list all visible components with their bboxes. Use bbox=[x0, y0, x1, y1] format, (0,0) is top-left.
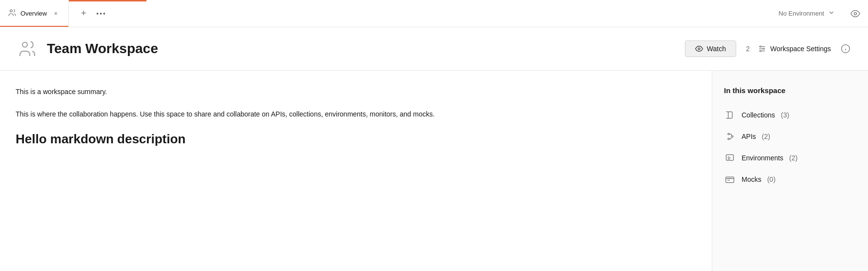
environment-selector[interactable]: No Environment bbox=[771, 9, 843, 18]
team-icon bbox=[8, 8, 17, 19]
watch-count: 2 bbox=[746, 45, 750, 53]
overview-tab[interactable]: Overview × bbox=[0, 0, 69, 27]
collections-count: (3) bbox=[781, 111, 789, 119]
environments-label: Environments bbox=[742, 154, 784, 162]
collections-label: Collections bbox=[742, 111, 775, 119]
svg-point-2 bbox=[22, 42, 27, 47]
sidebar-item-mocks[interactable]: Mocks (0) bbox=[724, 169, 856, 190]
svg-point-0 bbox=[10, 10, 13, 12]
settings-label: Workspace Settings bbox=[770, 45, 831, 53]
mocks-label: Mocks bbox=[742, 175, 761, 183]
tab-bar: Overview × + ••• No Environment bbox=[0, 0, 868, 27]
workspace-title: Team Workspace bbox=[47, 41, 685, 57]
svg-rect-16 bbox=[726, 155, 734, 160]
content-area: Team Workspace Watch 2 Wor bbox=[0, 27, 868, 271]
workspace-header: Team Workspace Watch 2 Wor bbox=[0, 27, 868, 71]
tab-actions: + ••• bbox=[69, 0, 114, 27]
mocks-count: (0) bbox=[767, 175, 775, 183]
sidebar-item-apis[interactable]: APIs (2) bbox=[724, 126, 856, 147]
svg-point-13 bbox=[728, 133, 729, 135]
description-area: This is a workspace summary. This is whe… bbox=[0, 71, 712, 271]
tab-close-button[interactable]: × bbox=[51, 9, 61, 19]
apis-count: (2) bbox=[762, 133, 770, 140]
new-tab-button[interactable]: + bbox=[77, 7, 90, 20]
description-paragraph-1: This is a workspace summary. bbox=[16, 86, 696, 97]
sidebar-title: In this workspace bbox=[724, 86, 856, 95]
toggle-visibility-button[interactable] bbox=[843, 9, 868, 19]
workspace-settings-button[interactable]: Workspace Settings bbox=[758, 44, 831, 53]
main-content: This is a workspace summary. This is whe… bbox=[0, 71, 868, 271]
watch-label: Watch bbox=[707, 45, 726, 53]
svg-point-14 bbox=[728, 138, 729, 139]
header-actions: Watch 2 Workspace Settings bbox=[685, 40, 852, 57]
workspace-icon bbox=[16, 37, 39, 60]
chevron-down-icon bbox=[828, 9, 835, 18]
svg-point-9 bbox=[760, 50, 761, 52]
sidebar-item-environments[interactable]: Environments (2) bbox=[724, 147, 856, 169]
svg-point-7 bbox=[760, 46, 761, 47]
environments-icon bbox=[724, 152, 736, 164]
watch-button[interactable]: Watch bbox=[685, 40, 736, 57]
settings-icon bbox=[758, 44, 766, 53]
environments-count: (2) bbox=[789, 154, 798, 162]
tab-label: Overview bbox=[21, 10, 47, 17]
svg-point-8 bbox=[763, 48, 764, 50]
environment-label: No Environment bbox=[779, 10, 824, 17]
svg-point-3 bbox=[698, 48, 700, 50]
description-paragraph-2: This is where the collaboration happens.… bbox=[16, 109, 696, 119]
mocks-icon bbox=[724, 174, 736, 185]
workspace-sidebar: In this workspace Collections (3) bbox=[712, 71, 868, 271]
sidebar-item-collections[interactable]: Collections (3) bbox=[724, 104, 856, 126]
description-heading: Hello markdown description bbox=[16, 132, 696, 147]
apis-icon bbox=[724, 131, 736, 142]
svg-rect-20 bbox=[726, 177, 734, 183]
more-tabs-button[interactable]: ••• bbox=[96, 10, 106, 18]
collections-icon bbox=[724, 109, 736, 121]
info-button[interactable] bbox=[839, 42, 852, 56]
apis-label: APIs bbox=[742, 133, 756, 140]
svg-point-1 bbox=[854, 12, 857, 15]
eye-icon bbox=[695, 45, 703, 53]
svg-point-15 bbox=[731, 136, 733, 137]
info-icon bbox=[841, 44, 850, 54]
